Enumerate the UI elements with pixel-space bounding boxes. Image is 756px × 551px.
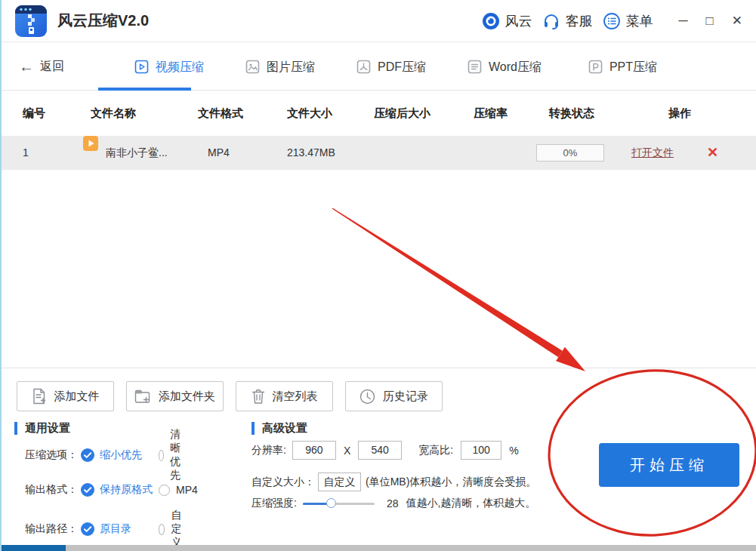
support-button[interactable]: 客服 (542, 12, 592, 30)
clear-list-button[interactable]: 清空列表 (236, 381, 333, 411)
start-compress-button[interactable]: 开始压缩 (599, 443, 739, 487)
support-label: 客服 (565, 12, 592, 30)
option-clarity-priority[interactable]: 清晰优先 (159, 428, 187, 482)
add-file-button[interactable]: 添加文件 (17, 381, 114, 411)
menu-icon (603, 12, 621, 30)
section-divider (0, 368, 756, 368)
advanced-settings-label: 高级设置 (262, 421, 307, 436)
col-header-filesize: 文件大小 (287, 91, 332, 136)
clock-icon (359, 389, 375, 405)
title-bar: 风云压缩V2.0 风云 客服 (0, 0, 756, 42)
close-button[interactable]: ✕ (732, 14, 742, 27)
resolution-width-input[interactable]: 960 (292, 441, 336, 460)
brand-label: 风云 (505, 12, 532, 30)
compress-option-label: 压缩选项： (25, 448, 81, 462)
tab-ppt-compress[interactable]: PPT压缩 (588, 43, 657, 90)
custom-size-row: 自定义大小： 自定义 (单位MB)体积越小，清晰度会受损。 (251, 473, 536, 491)
app-logo-icon (15, 5, 47, 37)
video-icon (134, 60, 149, 74)
row-filesize: 213.47MB (287, 136, 335, 170)
option-custom-path[interactable]: 自定义 (159, 509, 187, 549)
option-keep-format[interactable]: 保持原格式 (81, 483, 153, 497)
strength-slider[interactable] (303, 498, 375, 509)
strength-label: 压缩强度: (251, 497, 297, 510)
toolbar: 添加文件 添加文件夹 清空列表 历史记录 (0, 381, 756, 411)
tab-label: PDF压缩 (378, 43, 426, 91)
add-folder-button[interactable]: 添加文件夹 (126, 381, 224, 411)
trash-icon (251, 389, 265, 405)
tab-label: 视频压缩 (156, 43, 204, 91)
option-label: 清晰优先 (170, 428, 187, 482)
resolution-height-input[interactable]: 540 (358, 441, 402, 460)
bottom-scrollbar[interactable] (0, 545, 756, 551)
col-header-filename: 文件名称 (91, 91, 136, 136)
slider-thumb[interactable] (326, 498, 336, 508)
general-settings-label: 通用设置 (25, 421, 70, 436)
option-label: 保持原格式 (100, 483, 153, 497)
advanced-settings-title: 高级设置 (251, 421, 307, 436)
active-tab-underline (98, 88, 191, 91)
option-label: 缩小优先 (100, 448, 142, 462)
annotation-arrow-shaft (332, 208, 563, 357)
add-file-icon (32, 388, 47, 405)
custom-size-note: (单位MB)体积越小，清晰度会受损。 (366, 476, 536, 489)
table-header: 编号 文件名称 文件格式 文件大小 压缩后大小 压缩率 转换状态 操作 (0, 91, 756, 136)
strength-value: 28 (387, 497, 399, 509)
output-format-row: 输出格式： 保持原格式 MP4 (25, 483, 153, 497)
brand-button[interactable]: 风云 (482, 12, 532, 30)
tab-label: Word压缩 (489, 43, 542, 91)
tab-bar: ← 返回 视频压缩 图片压缩 PDF压缩 (0, 43, 756, 91)
history-label: 历史记录 (383, 389, 428, 404)
resolution-row: 分辨率: 960 X 540 宽高比: 100 % (251, 441, 519, 460)
option-label: 自定义 (171, 509, 187, 549)
maximize-button[interactable]: □ (705, 14, 713, 27)
col-header-ratio: 压缩率 (474, 91, 508, 136)
radio-icon (159, 485, 170, 496)
option-original-dir[interactable]: 原目录 (81, 522, 131, 536)
option-mp4[interactable]: MP4 (159, 484, 198, 496)
bottom-scrollbar-thumb[interactable] (0, 545, 66, 551)
output-format-label: 输出格式： (25, 483, 81, 497)
custom-size-label: 自定义大小： (251, 476, 315, 489)
add-folder-icon (134, 389, 151, 404)
app-title: 风云压缩V2.0 (57, 11, 149, 31)
tab-label: PPT压缩 (609, 43, 657, 91)
open-file-link[interactable]: 打开文件 (631, 136, 674, 170)
aspect-ratio-input[interactable]: 100 (461, 441, 501, 460)
ppt-icon (588, 60, 603, 74)
option-shrink-priority[interactable]: 缩小优先 (81, 448, 142, 462)
tab-word-compress[interactable]: Word压缩 (467, 43, 542, 90)
col-header-operation: 操作 (668, 91, 691, 136)
output-path-row: 输出路径： 原目录 自定义 (25, 522, 131, 536)
progress-bar: 0% (536, 144, 604, 162)
check-circle-icon (81, 522, 94, 536)
resolution-separator: X (344, 445, 350, 457)
back-label: 返回 (40, 59, 64, 75)
tab-image-compress[interactable]: 图片压缩 (245, 43, 315, 90)
delete-row-button[interactable]: ✕ (707, 136, 718, 170)
check-circle-icon (81, 448, 94, 462)
custom-size-input[interactable]: 自定义 (318, 473, 361, 491)
menu-button[interactable]: 菜单 (603, 12, 653, 30)
tab-pdf-compress[interactable]: PDF压缩 (356, 43, 426, 90)
output-path-label: 输出路径： (25, 522, 81, 536)
back-arrow-icon: ← (19, 58, 34, 75)
word-doc-icon (467, 60, 482, 74)
compress-option-row: 压缩选项： 缩小优先 清晰优先 (25, 448, 142, 462)
history-button[interactable]: 历史记录 (345, 381, 443, 411)
resolution-label: 分辨率: (251, 444, 286, 457)
row-filename: 南非小子鲎... (106, 136, 204, 170)
add-file-label: 添加文件 (54, 389, 100, 404)
check-circle-icon (81, 483, 94, 497)
video-play-icon (83, 136, 98, 170)
add-folder-label: 添加文件夹 (159, 389, 215, 404)
radio-icon (159, 450, 164, 461)
minimize-button[interactable]: ─ (678, 14, 687, 27)
tab-video-compress[interactable]: 视频压缩 (134, 43, 204, 90)
col-header-format: 文件格式 (198, 91, 243, 136)
tab-label: 图片压缩 (267, 43, 315, 91)
back-button[interactable]: ← 返回 (19, 58, 64, 75)
row-format: MP4 (208, 136, 230, 170)
section-accent-bar (251, 422, 255, 435)
col-header-status: 转换状态 (549, 91, 594, 136)
